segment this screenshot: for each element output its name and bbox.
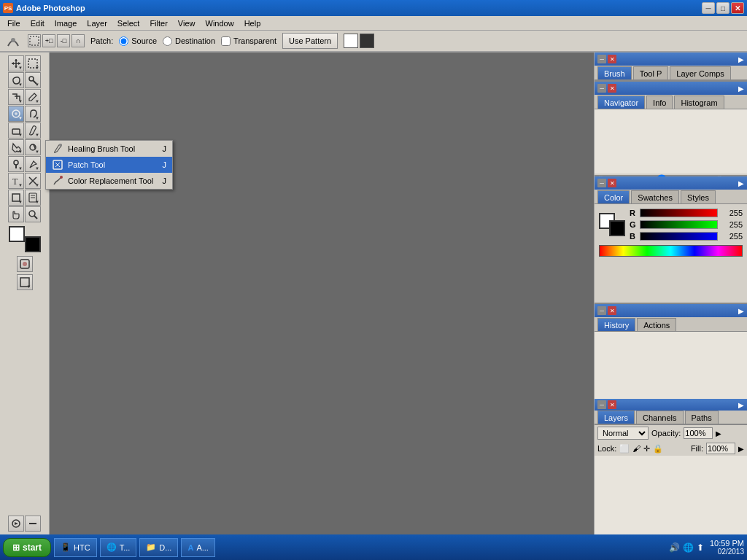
quick-mask-mode[interactable] xyxy=(17,256,33,272)
color-panel-arrow[interactable]: ▶ xyxy=(738,179,744,187)
channels-tab[interactable]: Channels xyxy=(636,411,683,424)
crop-tool[interactable]: ▼ xyxy=(8,89,24,105)
navigator-controls[interactable]: ─ ✕ xyxy=(597,84,616,93)
color-panel-controls[interactable]: ─ ✕ xyxy=(597,179,616,187)
notes-tool[interactable]: ▼ xyxy=(25,190,41,206)
navigator-arrow[interactable]: ▶ xyxy=(738,85,744,93)
source-radio-label[interactable]: Source xyxy=(119,36,157,46)
taskbar-browser[interactable]: 🌐 T... xyxy=(100,538,137,557)
subtract-selection-btn[interactable]: -□ xyxy=(57,34,70,47)
brush-tool[interactable]: ▼ xyxy=(25,122,41,139)
layers-panel-controls[interactable]: ─ ✕ xyxy=(597,400,616,409)
transparent-checkbox-label[interactable]: Transparent xyxy=(221,36,276,46)
intersect-selection-btn[interactable]: ∩ xyxy=(71,34,85,47)
tray-icon-2[interactable]: 🌐 xyxy=(683,542,694,553)
blend-mode-select[interactable]: Normal Multiply Screen Overlay xyxy=(597,427,649,440)
window-controls[interactable]: ─ □ ✕ xyxy=(702,2,744,14)
color-panel-close[interactable]: ✕ xyxy=(608,179,616,187)
color-spectrum[interactable] xyxy=(599,245,743,257)
opacity-input[interactable] xyxy=(684,427,713,439)
color-tab[interactable]: Color xyxy=(597,190,630,203)
layers-close[interactable]: ✕ xyxy=(608,400,616,409)
g-slider[interactable] xyxy=(640,220,718,229)
use-pattern-button[interactable]: Use Pattern xyxy=(282,33,338,49)
context-color-replacement[interactable]: Color Replacement Tool J xyxy=(46,173,172,189)
add-selection-btn[interactable]: +□ xyxy=(42,34,55,47)
hand-tool[interactable] xyxy=(8,206,24,222)
menu-edit[interactable]: Edit xyxy=(26,18,49,29)
menu-view[interactable]: View xyxy=(174,18,200,29)
horizontal-type-tool[interactable]: T ▼ xyxy=(8,173,24,189)
new-selection-btn[interactable] xyxy=(28,34,41,47)
eraser-tool[interactable]: ▼ xyxy=(8,122,24,139)
magic-wand-tool[interactable]: ▼ xyxy=(25,72,41,88)
r-slider[interactable] xyxy=(640,209,718,217)
taskbar-htc[interactable]: 📱 HTC xyxy=(54,538,97,557)
foreground-color-swatch[interactable] xyxy=(9,226,25,242)
tray-icon-3[interactable]: ⬆ xyxy=(697,542,704,553)
selection-tool[interactable]: ▼ xyxy=(25,55,41,71)
healing-brush-tool[interactable]: ▼ xyxy=(8,106,24,122)
layers-arrow[interactable]: ▶ xyxy=(738,401,744,409)
background-color[interactable] xyxy=(360,34,374,48)
move-tool[interactable]: ▼ xyxy=(8,55,24,71)
paths-tab[interactable]: Paths xyxy=(685,411,719,424)
lock-image-pixels[interactable]: 🖌 xyxy=(632,444,640,453)
clone-stamp-tool[interactable]: ▼ xyxy=(25,106,41,122)
brush-panel-close[interactable]: ✕ xyxy=(608,55,616,63)
shape-tool[interactable]: ▼ xyxy=(8,190,24,206)
pen-tool[interactable]: ▼ xyxy=(25,156,41,172)
styles-tab[interactable]: Styles xyxy=(681,190,716,203)
background-color-swatch[interactable] xyxy=(25,236,41,252)
history-panel-controls[interactable]: ─ ✕ xyxy=(597,306,616,315)
menu-file[interactable]: File xyxy=(3,18,25,29)
history-minimize[interactable]: ─ xyxy=(597,306,606,315)
swatches-tab[interactable]: Swatches xyxy=(631,190,679,203)
lock-transparent-pixels[interactable]: ⬜ xyxy=(619,444,630,454)
fill-arrow[interactable]: ▶ xyxy=(738,445,744,453)
dodge-tool[interactable]: ▼ xyxy=(8,156,24,172)
history-arrow[interactable]: ▶ xyxy=(738,307,744,315)
navigator-close[interactable]: ✕ xyxy=(608,84,616,93)
taskbar-explorer[interactable]: 📁 D... xyxy=(139,538,178,557)
menu-window[interactable]: Window xyxy=(201,18,239,29)
color-background-swatch[interactable] xyxy=(609,220,625,236)
layer-comps-tab[interactable]: Layer Comps xyxy=(670,66,730,79)
menu-select[interactable]: Select xyxy=(113,18,144,29)
actions-tab[interactable]: Actions xyxy=(637,318,676,331)
foreground-color[interactable] xyxy=(344,34,358,48)
path-selection-tool[interactable]: ▼ xyxy=(25,173,41,189)
brush-panel-arrow[interactable]: ▶ xyxy=(738,55,744,63)
source-radio[interactable] xyxy=(119,36,128,46)
brush-panel-controls[interactable]: ─ ✕ xyxy=(597,55,616,63)
minimize-button[interactable]: ─ xyxy=(702,2,715,14)
lock-position[interactable]: ✛ xyxy=(643,444,650,454)
jump-to-imageready[interactable] xyxy=(8,516,24,532)
histogram-tab[interactable]: Histogram xyxy=(674,96,724,109)
tray-icon-1[interactable]: 🔊 xyxy=(669,542,680,553)
history-close[interactable]: ✕ xyxy=(608,306,616,315)
menu-filter[interactable]: Filter xyxy=(145,18,171,29)
info-tab[interactable]: Info xyxy=(646,96,673,109)
menu-layer[interactable]: Layer xyxy=(82,18,112,29)
navigator-tab[interactable]: Navigator xyxy=(597,96,645,109)
history-tab[interactable]: History xyxy=(597,318,635,331)
menu-help[interactable]: Help xyxy=(240,18,266,29)
destination-radio[interactable] xyxy=(163,36,172,46)
lock-all[interactable]: 🔒 xyxy=(653,444,663,454)
eyedropper-tool[interactable]: ▼ xyxy=(25,89,41,105)
foreground-background-colors[interactable] xyxy=(9,226,41,252)
lasso-tool[interactable]: ▼ xyxy=(8,72,24,88)
zoom-tool[interactable] xyxy=(25,206,41,222)
layers-minimize[interactable]: ─ xyxy=(597,400,606,409)
fill-input[interactable] xyxy=(706,443,735,454)
start-button[interactable]: ⊞ start xyxy=(3,538,51,557)
screen-mode-btn[interactable]: ▼ xyxy=(17,274,33,290)
close-button[interactable]: ✕ xyxy=(731,2,744,14)
blur-tool[interactable]: ▼ xyxy=(25,139,41,155)
opacity-arrow[interactable]: ▶ xyxy=(716,429,721,438)
taskbar-adobe[interactable]: A A... xyxy=(181,538,214,557)
context-patch-tool[interactable]: Patch Tool J xyxy=(46,157,172,173)
tool-preset-picker[interactable] xyxy=(4,32,22,50)
menu-image[interactable]: Image xyxy=(50,18,82,29)
